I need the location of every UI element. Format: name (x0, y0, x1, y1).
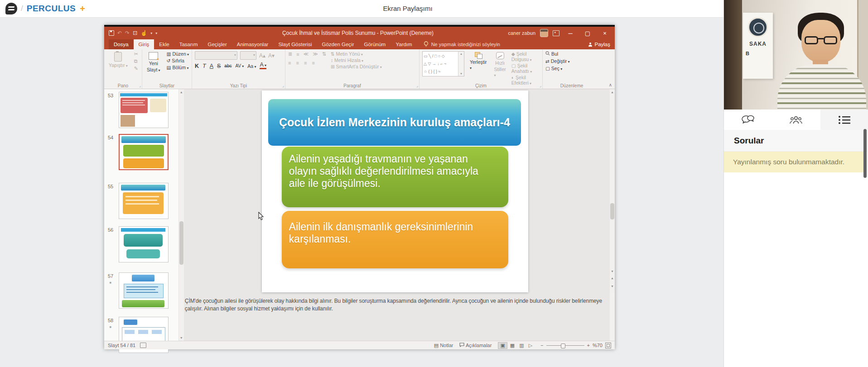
copy-icon[interactable]: ⧉ (134, 58, 138, 64)
shapes-scroll-up-icon[interactable]: ▴ (460, 52, 462, 56)
new-slide-button[interactable]: Yeni Slayt (145, 51, 162, 73)
zoom-out-button[interactable]: − (540, 343, 543, 348)
save-icon[interactable] (109, 30, 114, 36)
strikethrough-button[interactable]: S (217, 63, 221, 69)
slide-scroll-handle[interactable] (610, 203, 614, 219)
undo-icon[interactable]: ↶ (117, 30, 122, 36)
tab-tasarim[interactable]: Tasarım (174, 39, 203, 49)
layout-button[interactable]: ▥ Düzen (167, 51, 189, 57)
grow-font-icon[interactable]: A▴ (259, 52, 265, 59)
paste-button[interactable]: Yapıştır (107, 51, 130, 69)
reading-view-button[interactable]: ▥ (517, 343, 526, 348)
next-slide-button[interactable]: ▼ (610, 285, 615, 288)
slide-scroll-up-icon[interactable]: ▴ (610, 90, 615, 94)
convert-smartart-button[interactable]: ⊞ SmartArt'a Dönüştür (331, 64, 382, 69)
tab-questions[interactable] (820, 110, 868, 130)
tab-animasyonlar[interactable]: Animasyonlar (232, 39, 274, 49)
section-button[interactable]: ▤ Bölüm (167, 65, 189, 70)
touch-mode-icon[interactable]: ☝ (140, 30, 147, 36)
pano-dialog-launcher[interactable]: ⌟ (139, 84, 141, 88)
share-button[interactable]: Paylaş (588, 39, 610, 49)
increase-indent-icon[interactable]: ≫ (313, 51, 318, 57)
format-painter-icon[interactable]: ✎ (134, 66, 138, 71)
user-avatar[interactable] (540, 29, 548, 37)
find-button[interactable]: Bul (545, 51, 599, 57)
thumb-scroll-handle[interactable] (179, 221, 183, 265)
zoom-slider[interactable] (546, 343, 584, 348)
slide-scrollbar[interactable]: ▴ ▾ ▲ ▼ (610, 89, 615, 341)
reset-button[interactable]: ↺ Sıfırla (167, 58, 189, 63)
fit-to-window-icon[interactable] (605, 343, 611, 348)
thumbnail-scrollbar[interactable]: ▴ ▾ (179, 89, 184, 341)
font-color-button[interactable]: A (260, 62, 266, 69)
qat-dropdown-icon[interactable]: ▾ (150, 31, 152, 35)
close-button[interactable]: × (598, 27, 611, 39)
notes-pane[interactable]: ÇİM'de çocuğun ailesi ile görüşülerek ol… (185, 297, 607, 313)
bullets-icon[interactable]: ≣ (288, 51, 292, 57)
collapse-ribbon-icon[interactable]: ∧ (609, 82, 612, 87)
line-spacing-icon[interactable]: ⇅ (322, 51, 326, 57)
tab-chat[interactable] (724, 110, 772, 130)
zoom-slider-handle[interactable] (561, 343, 565, 348)
slideshow-view-button[interactable]: ▷ (527, 343, 534, 348)
italic-button[interactable]: T (203, 63, 206, 69)
text-direction-button[interactable]: ⇅ Metin Yönü (331, 51, 382, 57)
slide-sorter-view-button[interactable]: ▦ (508, 343, 516, 348)
align-buttons[interactable]: ≡ ≡ ≡ ≡ (288, 60, 317, 66)
slide-scroll-down-icon[interactable]: ▾ (610, 269, 615, 273)
decrease-indent-icon[interactable]: ≪ (304, 51, 309, 57)
redo-icon[interactable]: ↷ (125, 30, 130, 36)
shape-outline-button[interactable]: ▢ Şekil Anahattı (511, 63, 540, 74)
shapes-more-icon[interactable]: ▾ (460, 72, 462, 76)
zoom-percentage[interactable]: %70 (593, 343, 603, 348)
shapes-gallery-scrollbar[interactable]: ▴ ▾ (458, 52, 464, 76)
bold-button[interactable]: K (195, 63, 199, 69)
tab-slayt-gosterisi[interactable]: Slayt Gösterisi (273, 39, 317, 49)
slide-title-box[interactable]: Çocuk İzlem Merkezinin kuruluş amaçları-… (268, 99, 521, 146)
slide-green-box[interactable]: Ailenin yaşadığı travmanın ve yaşanan ol… (282, 147, 508, 207)
slideshow-from-start-icon[interactable]: ⊡ (133, 30, 137, 36)
tab-gecisler[interactable]: Geçişler (203, 39, 232, 49)
minimize-button[interactable]: ─ (564, 27, 577, 39)
tab-gorunum[interactable]: Görünüm (359, 39, 391, 49)
thumb-scroll-up-icon[interactable]: ▴ (179, 90, 184, 94)
align-text-button[interactable]: ↕ Metni Hizala (331, 57, 382, 63)
restore-button[interactable]: ▢ (581, 27, 594, 39)
signed-in-user[interactable]: caner zabun (508, 30, 535, 36)
previous-slide-button[interactable]: ▲ (610, 276, 615, 280)
qat-customize-icon[interactable]: ▾ (155, 31, 157, 35)
font-name-combo[interactable] (195, 51, 237, 60)
char-spacing-button[interactable]: AV (235, 63, 244, 68)
text-shadow-button[interactable]: abc (224, 63, 231, 68)
status-icon[interactable] (140, 343, 146, 348)
numbering-icon[interactable]: ≡ (296, 52, 299, 57)
tab-gozden-gecir[interactable]: Gözden Geçir (317, 39, 359, 49)
cizim-dialog-launcher[interactable]: ⌟ (540, 84, 541, 88)
font-size-combo[interactable] (240, 51, 256, 60)
shrink-font-icon[interactable]: A▾ (268, 52, 275, 59)
arrange-button[interactable]: Yerleştir (468, 51, 489, 71)
yazi-tipi-dialog-launcher[interactable]: ⌟ (282, 84, 284, 88)
panel-scrollbar[interactable] (863, 129, 867, 178)
replace-button[interactable]: ⇄ Değiştir (545, 58, 599, 64)
slide-orange-box[interactable]: Ailenin ilk danışmanlık gereksinimlerini… (282, 211, 508, 268)
notes-toggle[interactable]: ▤ Notlar (434, 343, 453, 348)
tell-me-box[interactable]: Ne yapmak istediğinizi söyleyin (424, 39, 500, 49)
underline-button[interactable]: A (210, 63, 213, 69)
normal-view-button[interactable]: ▣ (498, 342, 507, 349)
tab-dosya[interactable]: Dosya (109, 39, 134, 49)
comments-toggle[interactable]: Açıklamalar (459, 343, 492, 348)
shapes-row-2[interactable]: △ ▽ → ↓ ⌐ ~ (424, 60, 457, 67)
shapes-row-3[interactable]: ☆ ( ) { } ≈ (424, 68, 457, 76)
ribbon-display-options-icon[interactable] (553, 30, 559, 36)
cut-icon[interactable]: ✂ (134, 51, 138, 57)
paragraf-dialog-launcher[interactable]: ⌟ (416, 84, 418, 88)
thumb-scroll-down-icon[interactable]: ▾ (179, 336, 184, 340)
tab-participants[interactable] (772, 110, 820, 130)
quick-styles-button[interactable]: Hızlı Stiller (492, 51, 508, 78)
tab-giris[interactable]: Giriş (134, 39, 154, 49)
tab-yardim[interactable]: Yardım (391, 39, 417, 49)
shapes-gallery[interactable]: ▭ ╲ / □ ○ ◇ △ ▽ → ↓ ⌐ ~ ☆ ( ) { } ≈ ▴ ▾ (422, 51, 464, 76)
perculus-logo[interactable]: / PERCULUS+ (5, 3, 85, 14)
change-case-button[interactable]: Aa (247, 63, 256, 69)
